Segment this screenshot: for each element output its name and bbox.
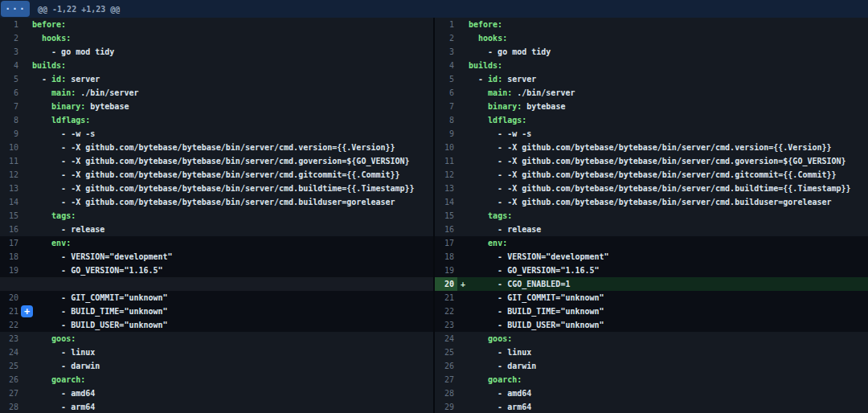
line-number[interactable]: 26 <box>435 359 457 373</box>
line-number[interactable]: 20 <box>435 277 457 291</box>
diff-marker-spacer <box>457 168 469 182</box>
line-number[interactable]: 4 <box>435 59 457 72</box>
line-number[interactable]: 24 <box>435 332 457 346</box>
line-number[interactable]: 21 <box>435 291 457 305</box>
diff-marker-spacer <box>457 346 469 359</box>
diff-row: 19 - GO_VERSION="1.16.5" <box>435 264 868 277</box>
code-line: env: <box>469 236 868 250</box>
diff-row: 28 - arm64 <box>0 400 433 413</box>
line-number[interactable]: 14 <box>435 195 457 209</box>
line-number[interactable]: 13 <box>435 182 457 195</box>
diff-marker-spacer <box>457 373 469 386</box>
code-line: - id: server <box>469 72 868 86</box>
line-number[interactable]: 24 <box>0 346 24 359</box>
line-number[interactable]: 3 <box>435 45 457 59</box>
line-number[interactable]: 18 <box>435 250 457 264</box>
diff-marker-spacer <box>457 250 469 264</box>
diff-row: 17 env: <box>0 236 433 250</box>
line-number[interactable]: 15 <box>435 209 457 223</box>
diff-marker-spacer <box>457 305 469 318</box>
code-line: - BUILD_USER="unknown" <box>32 318 433 332</box>
diff-row: 24 - linux <box>0 346 433 359</box>
line-number[interactable]: 1 <box>0 18 24 31</box>
diff-marker-spacer <box>457 182 469 195</box>
line-number[interactable]: 12 <box>0 168 24 182</box>
line-number[interactable]: 9 <box>0 127 24 141</box>
line-number[interactable]: 7 <box>0 100 24 113</box>
diff-row: 10 - -X github.com/bytebase/bytebase/bin… <box>435 141 868 154</box>
line-number[interactable]: 4 <box>0 59 24 72</box>
line-number[interactable]: 18 <box>0 250 24 264</box>
line-number[interactable]: 3 <box>0 45 24 59</box>
code-line: tags: <box>469 209 868 223</box>
diff-marker-spacer <box>24 209 32 223</box>
line-number[interactable]: 10 <box>0 141 24 154</box>
code-line: - -X github.com/bytebase/bytebase/bin/se… <box>32 182 433 195</box>
add-comment-button[interactable]: + <box>21 305 33 317</box>
line-number[interactable]: 2 <box>435 31 457 45</box>
line-number[interactable]: 22 <box>435 305 457 318</box>
line-number[interactable]: 23 <box>435 318 457 332</box>
expand-hunk-button[interactable]: ··· <box>1 1 30 17</box>
line-number[interactable]: 29 <box>435 400 457 413</box>
line-number[interactable]: 16 <box>435 223 457 236</box>
diff-row: 28 - amd64 <box>435 386 868 400</box>
line-number[interactable]: 6 <box>0 86 24 100</box>
diff-row: 6 main: ./bin/server <box>435 86 868 100</box>
code-line: ldflags: <box>32 113 433 127</box>
line-number[interactable]: 23 <box>0 332 24 346</box>
line-number[interactable]: 28 <box>435 386 457 400</box>
diff-marker-spacer <box>24 318 32 332</box>
line-number[interactable]: 26 <box>0 373 24 386</box>
diff-marker-spacer <box>24 100 32 113</box>
diff-row: 23 goos: <box>0 332 433 346</box>
line-number[interactable]: 2 <box>0 31 24 45</box>
line-number[interactable]: 8 <box>0 113 24 127</box>
line-number[interactable]: 12 <box>435 168 457 182</box>
diff-marker-spacer <box>24 182 32 195</box>
line-number[interactable]: 27 <box>435 373 457 386</box>
line-number[interactable]: 10 <box>435 141 457 154</box>
code-line: - amd64 <box>32 386 433 400</box>
diff-marker-spacer <box>24 168 32 182</box>
line-number[interactable]: 14 <box>0 195 24 209</box>
line-number[interactable]: 17 <box>0 236 24 250</box>
line-number[interactable]: 11 <box>0 154 24 168</box>
code-line: - linux <box>32 346 433 359</box>
line-number[interactable]: 16 <box>0 223 24 236</box>
diff-row: 23 - BUILD_USER="unknown" <box>435 318 868 332</box>
diff-row: 13 - -X github.com/bytebase/bytebase/bin… <box>435 182 868 195</box>
line-number[interactable]: 20 <box>0 291 24 305</box>
line-number[interactable]: 25 <box>0 359 24 373</box>
line-number[interactable]: 28 <box>0 400 24 413</box>
diff-marker-spacer <box>24 277 32 291</box>
line-number[interactable]: 8 <box>435 113 457 127</box>
line-number[interactable]: 17 <box>435 236 457 250</box>
line-number[interactable]: 22 <box>0 318 24 332</box>
diff-row: 4builds: <box>0 59 433 72</box>
code-line: tags: <box>32 209 433 223</box>
line-number[interactable]: 19 <box>0 264 24 277</box>
line-number[interactable]: 6 <box>435 86 457 100</box>
split-diff-view: ··· @@ -1,22 +1,23 @@ 1before:2 hooks:3 … <box>0 0 868 413</box>
code-line: - BUILD_TIME="unknown" <box>32 305 433 318</box>
line-number[interactable]: 19 <box>435 264 457 277</box>
code-line: hooks: <box>469 31 868 45</box>
line-number[interactable]: 1 <box>435 18 457 31</box>
diff-row: 22 - BUILD_TIME="unknown" <box>435 305 868 318</box>
line-number[interactable]: 25 <box>435 346 457 359</box>
line-number[interactable]: 7 <box>435 100 457 113</box>
code-line: builds: <box>469 59 868 72</box>
diff-marker-spacer <box>457 18 469 31</box>
line-number[interactable]: 5 <box>435 72 457 86</box>
diff-marker-spacer <box>457 291 469 305</box>
line-number[interactable]: 13 <box>0 182 24 195</box>
line-number[interactable]: 9 <box>435 127 457 141</box>
line-number[interactable]: 11 <box>435 154 457 168</box>
line-number[interactable]: 15 <box>0 209 24 223</box>
code-line: before: <box>469 18 868 31</box>
line-number[interactable]: 5 <box>0 72 24 86</box>
diff-marker-spacer <box>24 86 32 100</box>
diff-row-placeholder <box>0 277 433 291</box>
line-number[interactable]: 27 <box>0 386 24 400</box>
